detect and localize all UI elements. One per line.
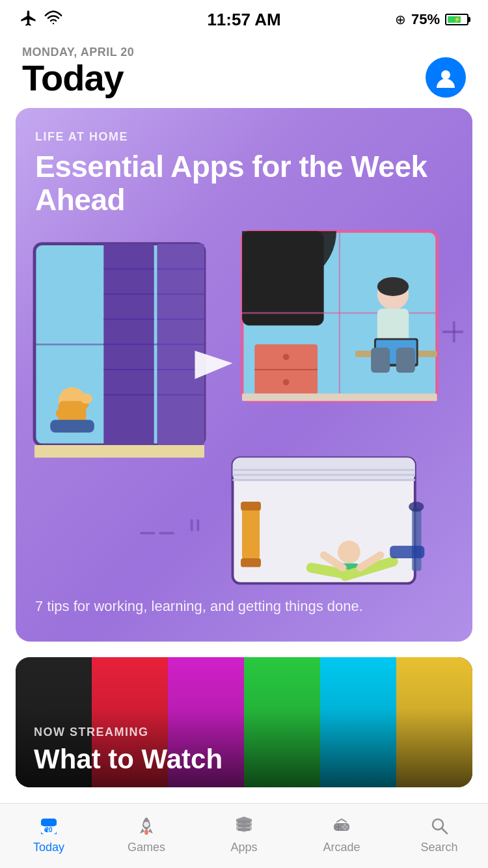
svg-rect-21 <box>50 420 94 432</box>
svg-rect-18 <box>34 445 204 457</box>
tab-search-icon <box>427 814 451 837</box>
tab-apps-icon <box>232 814 256 837</box>
second-card-headline: What to Watch <box>34 744 454 774</box>
featured-card[interactable]: LIFE AT HOME Essential Apps for the Week… <box>16 108 472 642</box>
airplane-icon <box>20 9 38 30</box>
svg-rect-70 <box>41 819 57 826</box>
svg-point-0 <box>441 70 450 79</box>
card-background: LIFE AT HOME Essential Apps for the Week… <box>16 108 472 642</box>
person-icon <box>434 66 457 89</box>
battery-percent: 75% <box>411 11 440 28</box>
svg-point-81 <box>346 826 348 828</box>
status-bar: 11:57 AM ⊕ 75% ⚡ <box>0 0 488 39</box>
battery-icon: ⚡ <box>445 14 468 25</box>
svg-rect-25 <box>242 231 324 325</box>
svg-point-74 <box>144 830 148 835</box>
svg-line-87 <box>442 828 447 834</box>
tab-apps-label: Apps <box>230 841 257 854</box>
tab-bar: 20 Today Games <box>0 803 488 868</box>
scroll-area: LIFE AT HOME Essential Apps for the Week… <box>0 108 488 787</box>
svg-point-80 <box>344 824 346 826</box>
page-title: Today <box>22 59 134 98</box>
account-avatar-button[interactable] <box>426 57 466 98</box>
svg-rect-56 <box>390 545 424 558</box>
svg-rect-44 <box>233 474 415 476</box>
svg-point-23 <box>80 394 92 403</box>
header-left: MONDAY, APRIL 20 Today <box>22 46 134 98</box>
svg-point-46 <box>338 541 360 563</box>
header: MONDAY, APRIL 20 Today <box>0 39 488 108</box>
svg-rect-52 <box>242 505 260 562</box>
status-right-icons: ⊕ 75% ⚡ <box>395 11 468 28</box>
svg-rect-45 <box>233 479 415 481</box>
card-eyebrow: LIFE AT HOME <box>35 130 453 144</box>
main-content: MONDAY, APRIL 20 Today LIFE AT HOME Esse… <box>0 39 488 803</box>
tab-arcade[interactable]: Arcade <box>293 811 390 854</box>
svg-marker-58 <box>195 351 233 379</box>
svg-point-30 <box>283 354 290 360</box>
today-calendar-icon: 20 <box>38 815 59 836</box>
status-left-icons <box>20 9 62 30</box>
card-headline: Essential Apps for the Week Ahead <box>35 150 453 217</box>
apps-stack-icon <box>234 815 254 836</box>
search-magnifier-icon <box>429 815 450 836</box>
svg-rect-40 <box>396 347 415 373</box>
tab-arcade-label: Arcade <box>323 841 360 854</box>
svg-rect-53 <box>241 502 261 511</box>
wifi-icon <box>44 9 62 30</box>
status-time: 11:57 AM <box>207 10 280 30</box>
second-card-text: NOW STREAMING What to Watch <box>34 726 454 774</box>
tab-games-icon <box>135 814 158 837</box>
svg-point-57 <box>409 502 424 511</box>
card-description: 7 tips for working, learning, and gettin… <box>35 597 453 617</box>
card-illustration <box>16 219 472 596</box>
svg-rect-43 <box>233 469 415 471</box>
tab-games-label: Games <box>128 841 165 854</box>
tab-today[interactable]: 20 Today <box>0 811 98 854</box>
location-icon: ⊕ <box>395 12 406 27</box>
svg-rect-32 <box>242 394 437 401</box>
tab-today-label: Today <box>33 841 64 854</box>
svg-point-34 <box>377 277 409 296</box>
games-rocket-icon <box>136 815 157 836</box>
svg-point-73 <box>144 822 149 827</box>
tab-search-label: Search <box>420 841 457 854</box>
svg-rect-39 <box>371 347 390 373</box>
tab-games[interactable]: Games <box>98 811 195 854</box>
tab-arcade-icon <box>330 814 353 837</box>
tab-apps[interactable]: Apps <box>195 811 293 854</box>
svg-point-31 <box>283 379 290 385</box>
svg-point-82 <box>344 828 346 830</box>
svg-rect-55 <box>412 508 422 571</box>
second-card-eyebrow: NOW STREAMING <box>34 726 454 739</box>
second-featured-card[interactable]: NOW STREAMING What to Watch <box>16 657 472 787</box>
card-text-overlay: LIFE AT HOME Essential Apps for the Week… <box>35 130 453 217</box>
svg-point-83 <box>342 826 344 828</box>
svg-rect-54 <box>241 558 261 567</box>
svg-text:20: 20 <box>45 826 53 834</box>
arcade-controller-icon <box>331 815 352 836</box>
tab-today-icon: 20 <box>37 814 61 837</box>
tab-search[interactable]: Search <box>390 811 488 854</box>
